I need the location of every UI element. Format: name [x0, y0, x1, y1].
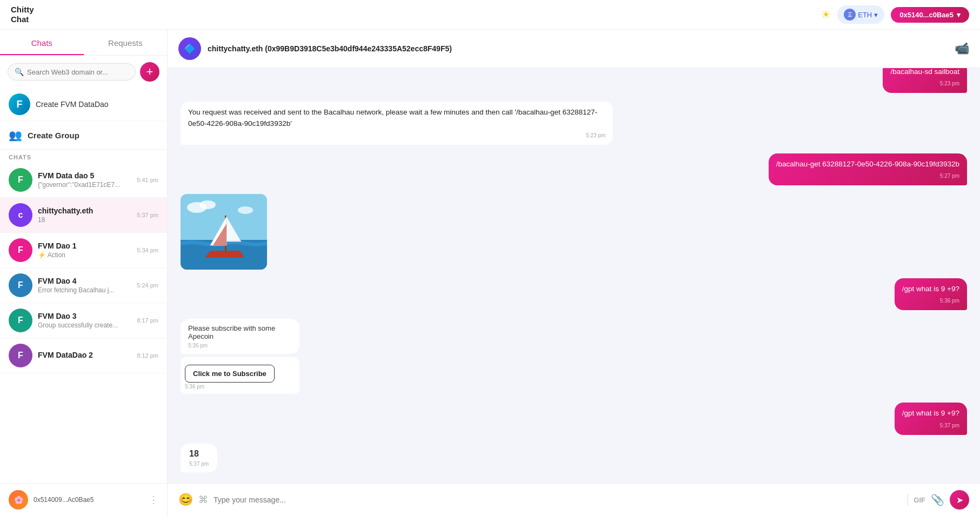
- message-time: 5:23 pm: [188, 131, 605, 139]
- message-input[interactable]: [214, 495, 902, 504]
- message-row-image: [181, 194, 967, 270]
- number-text: 18: [189, 449, 209, 459]
- message-time: 5:36 pm: [902, 297, 959, 305]
- message-bubble: /gpt what is 9 +9? 5:37 pm: [895, 403, 967, 434]
- chat-name: FVM Dao 3: [38, 312, 131, 320]
- subscribe-cta-button[interactable]: Click me to Subscribe: [185, 365, 275, 383]
- emoji-button[interactable]: 😊: [178, 493, 193, 507]
- chat-avatar: F: [9, 168, 32, 192]
- chat-avatar: F: [9, 238, 32, 262]
- eth-icon: Ξ: [844, 9, 856, 21]
- message-row-subscribe: Please subscribe with some Apecoin 5:36 …: [181, 319, 967, 394]
- chat-preview: {"governor":"0xad1E71cE7...: [38, 181, 131, 189]
- topbar: Chitty Chat ☀ Ξ ETH ▾ 0x5140...c0Bae5 ▾: [0, 0, 980, 30]
- chat-time: 8:17 pm: [137, 317, 158, 324]
- chat-info: FVM Data dao 5 {"governor":"0xad1E71cE7.…: [38, 171, 131, 189]
- group-icon: 👥: [9, 129, 22, 142]
- add-button[interactable]: +: [140, 62, 159, 82]
- message-time: 5:37 pm: [902, 421, 959, 430]
- chat-info: chittychatty.eth 18: [38, 206, 131, 224]
- create-group-item[interactable]: 👥 Create Group: [0, 121, 167, 150]
- chat-avatar: F: [9, 344, 32, 367]
- chat-header-avatar: 🔷: [178, 37, 201, 60]
- chat-info: FVM Dao 1 ⚡ Action: [38, 242, 131, 259]
- chat-avatar: F: [9, 309, 32, 332]
- message-row-2: You request was received and sent to the…: [181, 102, 967, 145]
- bottom-wallet-address: 0x514009...Ac0Bae5: [34, 496, 94, 504]
- chat-name: FVM Dao 4: [38, 277, 131, 285]
- search-box: 🔍: [8, 63, 136, 81]
- chat-list-item-4[interactable]: F FVM Dao 4 Error fetching Bacalhau j...…: [0, 268, 167, 303]
- create-dao-avatar: F: [9, 93, 30, 115]
- chat-preview: Error fetching Bacalhau j...: [38, 286, 131, 294]
- subscribe-text: Please subscribe with some Apecoin: [188, 324, 292, 340]
- wallet-address-button[interactable]: 0x5140...c0Bae5 ▾: [891, 7, 969, 23]
- chat-time: 5:24 pm: [137, 282, 158, 289]
- message-bubble: You request was received and sent to the…: [181, 102, 613, 145]
- message-bubble: /gpt what is 9 +9? 5:36 pm: [895, 278, 967, 310]
- chat-preview: Group successfully create...: [38, 321, 131, 329]
- create-dao-label: Create FVM DataDao: [36, 100, 109, 109]
- main-chat: 🔷 chittychatty.eth (0x99B9D3918C5e3b40df…: [168, 30, 980, 516]
- wallet-address-label: 0x5140...c0Bae5: [899, 11, 954, 19]
- theme-toggle-icon[interactable]: ☀: [821, 8, 831, 21]
- message-row-5: /gpt what is 9 +9? 5:37 pm: [181, 403, 967, 434]
- video-call-icon[interactable]: 📹: [955, 42, 969, 56]
- chat-avatar: c: [9, 203, 32, 227]
- search-input[interactable]: [27, 68, 129, 76]
- svg-point-3: [238, 206, 253, 214]
- chat-avatar: F: [9, 273, 32, 297]
- chat-meta: 5:34 pm: [137, 247, 158, 253]
- subscribe-time: 5:36 pm: [188, 343, 292, 349]
- bottom-more-icon[interactable]: ⋮: [149, 494, 158, 506]
- chats-section-label: CHATS: [0, 150, 167, 163]
- chat-list-item-6[interactable]: F FVM DataDao 2 8:12 pm: [0, 338, 167, 373]
- message-bubble: /bacalhau-get 63288127-0e50-4226-908a-90…: [769, 153, 967, 185]
- sidebar: Chats Requests 🔍 + F Create FVM DataDao …: [0, 30, 168, 516]
- eth-dropdown-icon: ▾: [874, 11, 878, 19]
- search-row: 🔍 +: [0, 56, 167, 88]
- topbar-right: ☀ Ξ ETH ▾ 0x5140...c0Bae5 ▾: [821, 5, 969, 24]
- chat-meta: 8:12 pm: [137, 352, 158, 359]
- attach-button[interactable]: 📎: [931, 493, 944, 506]
- search-icon: 🔍: [15, 68, 24, 76]
- gif-button[interactable]: GIF: [914, 496, 925, 504]
- input-divider: [908, 493, 908, 506]
- sidebar-tabs: Chats Requests: [0, 30, 167, 56]
- chat-list-item-2[interactable]: c chittychatty.eth 18 5:37 pm: [0, 198, 167, 233]
- chat-header-left: 🔷 chittychatty.eth (0x99B9D3918C5e3b40df…: [178, 37, 452, 60]
- command-button[interactable]: ⌘: [198, 494, 208, 506]
- subscribe-bubble: Please subscribe with some Apecoin 5:36 …: [181, 319, 299, 354]
- chat-time: 8:12 pm: [137, 352, 158, 359]
- chat-info: FVM DataDao 2: [38, 351, 131, 360]
- chat-list-item-5[interactable]: F FVM Dao 3 Group successfully create...…: [0, 303, 167, 338]
- chat-header-name: chittychatty.eth (0x99B9D3918C5e3b40df94…: [208, 44, 452, 53]
- svg-point-2: [199, 200, 216, 209]
- chat-name: FVM Dao 1: [38, 242, 131, 250]
- message-time: 5:27 pm: [776, 172, 959, 180]
- chat-meta: 5:37 pm: [137, 212, 158, 218]
- input-bar: 😊 ⌘ GIF 📎 ➤: [168, 483, 980, 516]
- chat-meta: 5:41 pm: [137, 177, 158, 183]
- create-group-label: Create Group: [28, 131, 79, 140]
- eth-network-button[interactable]: Ξ ETH ▾: [837, 5, 884, 24]
- sailboat-image: [181, 194, 267, 270]
- send-button[interactable]: ➤: [950, 490, 969, 510]
- message-row-1: /bacalhau-sd sailboat 5:23 pm: [181, 68, 967, 93]
- chat-name: chittychatty.eth: [38, 206, 131, 215]
- chat-name: FVM DataDao 2: [38, 351, 131, 359]
- number-bubble: 18 5:37 pm: [181, 444, 217, 472]
- message-row-number: 18 5:37 pm: [181, 444, 967, 472]
- tab-requests[interactable]: Requests: [84, 30, 168, 55]
- bottom-user-item[interactable]: 🌸 0x514009...Ac0Bae5 ⋮: [0, 483, 167, 516]
- chat-meta: 8:17 pm: [137, 317, 158, 324]
- chat-list-item-1[interactable]: F FVM Data dao 5 {"governor":"0xad1E71cE…: [0, 163, 167, 198]
- chat-header: 🔷 chittychatty.eth (0x99B9D3918C5e3b40df…: [168, 30, 980, 68]
- chat-name: FVM Data dao 5: [38, 171, 131, 180]
- chat-list-item-3[interactable]: F FVM Dao 1 ⚡ Action 5:34 pm: [0, 233, 167, 268]
- eth-label: ETH: [858, 11, 872, 19]
- wallet-dropdown-icon: ▾: [957, 11, 961, 19]
- chat-time: 5:37 pm: [137, 212, 158, 218]
- create-fvm-datadao-item[interactable]: F Create FVM DataDao: [0, 88, 167, 121]
- tab-chats[interactable]: Chats: [0, 30, 84, 55]
